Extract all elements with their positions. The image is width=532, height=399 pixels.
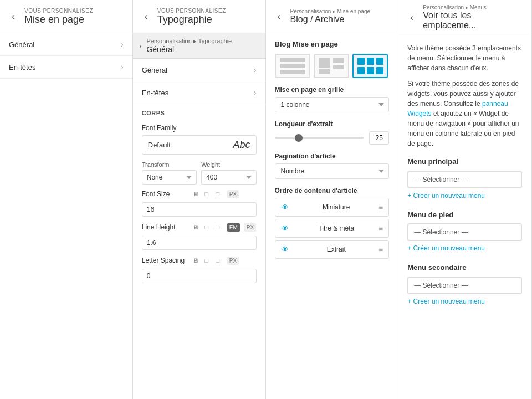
panel-typographie: ‹ Vous personnalisez Typographie ‹ Perso… <box>133 0 266 399</box>
font-family-selector[interactable]: Default Abc <box>142 135 257 155</box>
nav-entetes-fwd: › <box>254 88 257 97</box>
line-height-mobile-icon[interactable]: □ <box>213 222 223 232</box>
font-family-group: Font Family Default Abc <box>133 120 265 159</box>
transform-control: Transform None <box>142 161 197 185</box>
panel1-title: Mise en page <box>24 14 93 25</box>
panel3-bc-path: Personnalisation ▸ Mise en page <box>290 8 371 14</box>
letter-spacing-input[interactable] <box>142 269 257 283</box>
weight-select[interactable]: 400 <box>201 170 256 185</box>
font-size-icons: 🖥 □ □ <box>191 189 223 199</box>
menu-principal-select[interactable]: — Sélectionner — <box>408 171 521 188</box>
panel1-back-button[interactable]: ‹ <box>7 10 20 23</box>
transform-label: Transform <box>142 161 197 168</box>
panel4-body: Votre thème possède 3 emplacements de me… <box>398 35 531 399</box>
font-size-tablet-icon[interactable]: □ <box>202 189 212 199</box>
panel3-body: Blog Mise en page <box>266 33 398 399</box>
menu-principal-title: Menu principal <box>407 156 522 167</box>
create-menu-1-link[interactable]: + Créer un nouveau menu <box>407 192 485 200</box>
miniature-label: Miniature <box>294 203 379 211</box>
font-size-desktop-icon[interactable]: 🖥 <box>191 189 201 199</box>
nav-general[interactable]: Général › <box>133 59 265 81</box>
panel4-header: ‹ Personnalisation ▸ Menus Voir tous les… <box>398 0 531 35</box>
line-height-input[interactable] <box>142 236 257 250</box>
letter-spacing-mobile-icon[interactable]: □ <box>213 255 223 265</box>
svg-rect-3 <box>319 58 330 68</box>
layout-masonry[interactable] <box>314 54 349 78</box>
weight-control: Weight 400 <box>201 161 256 185</box>
nav-general-arrow: › <box>121 40 124 49</box>
font-size-input-row <box>133 201 265 220</box>
svg-rect-7 <box>357 58 365 65</box>
panel2-back-button[interactable]: ‹ <box>140 10 153 23</box>
svg-rect-5 <box>333 65 344 69</box>
drag-extrait-icon: ≡ <box>378 245 383 254</box>
nav-entetes[interactable]: En-têtes › <box>133 81 265 104</box>
font-family-label: Font Family <box>142 124 257 132</box>
menu-secondaire-select[interactable]: — Sélectionner — <box>408 277 521 294</box>
excerpt-range-input[interactable] <box>275 137 364 139</box>
panel3-back-button[interactable]: ‹ <box>273 10 286 23</box>
pagination-title: Pagination d'article <box>275 152 390 160</box>
eye-extrait-icon[interactable]: 👁 <box>281 245 289 254</box>
svg-rect-12 <box>376 67 383 74</box>
eye-titre-meta-icon[interactable]: 👁 <box>281 224 289 233</box>
panel2-sub-back[interactable]: ‹ <box>140 42 142 50</box>
layout-options <box>275 54 390 78</box>
panel2-body: Général › En-têtes › Corps Font Family D… <box>133 59 265 399</box>
layout-list[interactable] <box>275 54 310 78</box>
grid-layout-title: Mise en page en grille <box>275 86 390 94</box>
font-size-badge: PX <box>227 190 239 198</box>
layout-list-icon <box>279 57 306 75</box>
panel2-customizing-label: Vous personnalisez <box>157 8 226 14</box>
nav-item-entetes[interactable]: En-têtes › <box>0 56 132 79</box>
blog-layout-heading: Blog Mise en page <box>275 40 390 48</box>
letter-spacing-desktop-icon[interactable]: 🖥 <box>191 255 201 265</box>
nav-entetes-label: En-têtes <box>9 63 35 71</box>
excerpt-value-input[interactable] <box>369 131 389 145</box>
letter-spacing-icons: 🖥 □ □ <box>191 255 223 265</box>
svg-rect-10 <box>357 67 365 74</box>
panel2-sub-title: Général <box>146 45 232 54</box>
font-size-input[interactable] <box>142 202 257 217</box>
order-item-miniature[interactable]: 👁 Miniature ≡ <box>275 198 390 217</box>
excerpt-length-title: Longueur d'extrait <box>275 120 390 128</box>
menu-pied-select[interactable]: — Sélectionner — <box>408 224 521 241</box>
order-item-titre-meta[interactable]: 👁 Titre & méta ≡ <box>275 219 390 238</box>
line-height-row: Line Height 🖥 □ □ EM PX <box>133 220 265 234</box>
menu-secondaire-select-row: — Sélectionner — <box>407 277 522 294</box>
nav-item-general[interactable]: Général › <box>0 33 132 56</box>
panel4-back-button[interactable]: ‹ <box>405 11 418 24</box>
font-size-row: Font Size 🖥 □ □ PX <box>133 187 265 201</box>
layout-masonry-icon <box>318 57 345 75</box>
panneau-widgets-link[interactable]: panneau Widgets <box>407 100 508 117</box>
layout-grid-icon <box>356 57 384 75</box>
menu-pied-select-row: — Sélectionner — <box>407 223 522 241</box>
transform-select[interactable]: None <box>142 170 197 185</box>
order-section: Ordre de contenu d'article 👁 Miniature ≡… <box>275 187 390 259</box>
nav-general-label: Général <box>9 40 34 49</box>
extrait-label: Extrait <box>294 245 379 253</box>
line-height-desktop-icon[interactable]: 🖥 <box>191 222 201 232</box>
menu-pied-section: Menu de pied — Sélectionner — + Créer un… <box>407 209 522 254</box>
create-menu-3-link[interactable]: + Créer un nouveau menu <box>407 298 485 305</box>
layout-grid[interactable] <box>352 54 388 78</box>
grid-columns-select[interactable]: 1 colonne 2 colonnes 3 colonnes <box>275 97 390 112</box>
eye-miniature-icon[interactable]: 👁 <box>281 203 289 212</box>
pagination-select[interactable]: Nombre Précédent/Suivant <box>275 163 390 179</box>
panel4-breadcrumb: Personnalisation ▸ Menus Voir tous les e… <box>423 4 524 30</box>
svg-rect-2 <box>280 70 305 74</box>
panel-menus: ‹ Personnalisation ▸ Menus Voir tous les… <box>398 0 531 399</box>
order-item-extrait[interactable]: 👁 Extrait ≡ <box>275 240 390 259</box>
line-height-tablet-icon[interactable]: □ <box>202 222 212 232</box>
create-menu-2-link[interactable]: + Créer un nouveau menu <box>407 244 485 252</box>
panel3-header: ‹ Personnalisation ▸ Mise en page Blog /… <box>266 0 398 33</box>
pagination-section: Pagination d'article Nombre Précédent/Su… <box>275 152 390 179</box>
panel2-header-text: Vous personnalisez Typographie <box>157 8 226 25</box>
font-size-mobile-icon[interactable]: □ <box>213 189 223 199</box>
panel4-bc-path: Personnalisation ▸ Menus <box>423 4 524 11</box>
letter-spacing-badge: PX <box>227 257 239 265</box>
panel-mise-en-page: ‹ Vous personnalisez Mise en page Généra… <box>0 0 133 399</box>
menus-widget-note: Si votre thème possède des zones de widg… <box>407 79 522 149</box>
letter-spacing-tablet-icon[interactable]: □ <box>202 255 212 265</box>
panel2-sub-header: ‹ Personnalisation ▸ Typographie Général <box>133 33 265 59</box>
